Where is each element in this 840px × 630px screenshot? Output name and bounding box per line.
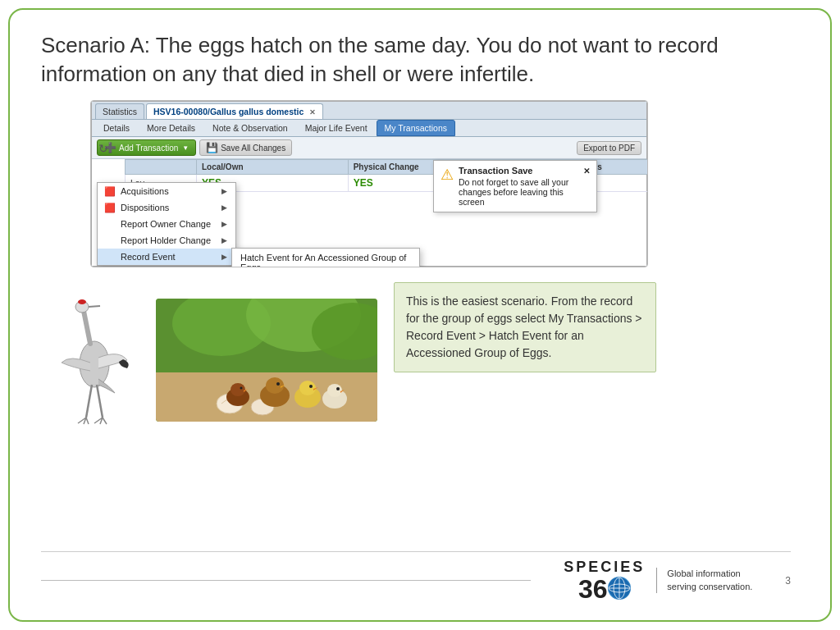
chicks-svg xyxy=(156,299,377,422)
svg-point-26 xyxy=(231,383,245,396)
submenu-arrow-icon-3: ▶ xyxy=(221,220,227,228)
species360-logo: SPECIES 36 Global informati xyxy=(564,559,752,602)
page-number: 3 xyxy=(785,575,791,587)
svg-point-28 xyxy=(240,387,243,390)
svg-point-24 xyxy=(336,387,340,390)
acquisitions-icon: 🟥 xyxy=(104,186,116,197)
globe-icon xyxy=(608,577,631,600)
tagline-line2: serving conservation. xyxy=(667,581,752,593)
refresh-icon[interactable]: ↻ xyxy=(98,142,108,155)
col-header-empty xyxy=(126,160,197,175)
app-screenshot: Statistics HSV16-00080/Gallus gallus dom… xyxy=(90,100,648,267)
svg-point-14 xyxy=(266,377,284,394)
menu-item-acquisitions[interactable]: 🟥 Acquisitions ▶ xyxy=(98,183,235,199)
menu-item-report-owner[interactable]: Report Owner Change ▶ xyxy=(98,216,235,232)
svg-point-18 xyxy=(299,381,316,395)
submenu-arrow-icon-4: ▶ xyxy=(221,236,227,244)
crane-svg xyxy=(41,290,139,446)
svg-point-20 xyxy=(309,385,313,388)
record-event-submenu: Hatch Event for An Accessioned Group of … xyxy=(231,248,420,267)
save-all-button[interactable]: 💾 Save All Changes xyxy=(199,139,292,156)
col-header-local-own: Local/Own xyxy=(196,160,348,175)
toast-message: Do not forget to save all your changes b… xyxy=(459,177,590,207)
svg-point-2 xyxy=(78,299,86,304)
tab-note-observation[interactable]: Note & Observation xyxy=(204,120,296,136)
tab-details[interactable]: Details xyxy=(95,120,138,136)
toolbar-tabs: Details More Details Note & Observation … xyxy=(92,120,646,137)
species-word: SPECIES xyxy=(564,559,645,576)
submenu-arrow-icon-5: ▶ xyxy=(221,253,227,261)
toolbar-buttons-row: ↻ ➕ Add Transaction ▼ 💾 Save All Changes… xyxy=(92,137,646,159)
app-ui-container: Statistics HSV16-00080/Gallus gallus dom… xyxy=(91,101,647,267)
export-pdf-button[interactable]: Export to PDF xyxy=(577,141,641,155)
save-icon: 💾 xyxy=(206,142,218,153)
tab-more-details[interactable]: More Details xyxy=(139,120,203,136)
scenario-title: Scenario A: The eggs hatch on the same d… xyxy=(41,31,799,89)
svg-line-4 xyxy=(86,385,92,418)
tab-close-icon[interactable]: ✕ xyxy=(309,108,316,116)
toast-close-button[interactable]: ✕ xyxy=(583,167,590,176)
info-box: This is the easiest scenario. From the r… xyxy=(394,282,656,372)
statistics-tab[interactable]: Statistics xyxy=(95,103,144,119)
submenu-arrow-icon-2: ▶ xyxy=(221,203,227,212)
toast-content: Transaction Save ✕ Do not forget to save… xyxy=(459,166,590,207)
slide-container: Scenario A: The eggs hatch on the same d… xyxy=(0,0,840,630)
menu-item-record-event[interactable]: Record Event ▶ xyxy=(98,249,235,265)
tab-major-life-event[interactable]: Major Life Event xyxy=(297,120,376,136)
crane-image xyxy=(41,290,139,450)
svg-point-16 xyxy=(276,382,280,386)
footer: SPECIES 36 Global informati xyxy=(41,551,791,602)
submenu-arrow-icon: ▶ xyxy=(221,187,227,195)
species360-text-block: SPECIES 36 xyxy=(564,559,645,602)
info-box-text: This is the easiest scenario. From the r… xyxy=(406,294,642,359)
add-transaction-button[interactable]: ➕ Add Transaction ▼ xyxy=(97,139,196,156)
dropdown-arrow-icon: ▼ xyxy=(182,144,189,152)
tagline-line1: Global information xyxy=(667,568,752,580)
three60-text: 36 xyxy=(578,576,608,602)
svg-line-5 xyxy=(97,385,103,418)
menu-item-report-holder[interactable]: Report Holder Change ▶ xyxy=(98,232,235,249)
dispositions-icon: 🟥 xyxy=(104,203,116,213)
svg-point-22 xyxy=(327,384,342,397)
record-tab[interactable]: HSV16-00080/Gallus gallus domestic ✕ xyxy=(146,103,323,119)
chicks-image xyxy=(156,299,377,422)
footer-tagline: Global information serving conservation. xyxy=(656,568,752,593)
warning-icon: ⚠ xyxy=(441,167,454,182)
svg-line-3 xyxy=(89,306,100,307)
toast-title: Transaction Save ✕ xyxy=(459,166,590,176)
three60-display: 36 xyxy=(578,576,631,602)
menu-item-dispositions[interactable]: 🟥 Dispositions ▶ xyxy=(98,199,235,216)
tab-bar: Statistics HSV16-00080/Gallus gallus dom… xyxy=(92,102,646,120)
transaction-save-toast: ⚠ Transaction Save ✕ Do not forget to sa… xyxy=(433,160,597,212)
transaction-dropdown-menu: 🟥 Acquisitions ▶ 🟥 Dispositions ▶ Report… xyxy=(97,182,236,266)
hatch-event-item[interactable]: Hatch Event for An Accessioned Group of … xyxy=(232,249,419,267)
tab-my-transactions[interactable]: My Transactions xyxy=(377,120,455,136)
bottom-section: This is the easiest scenario. From the r… xyxy=(41,282,799,545)
